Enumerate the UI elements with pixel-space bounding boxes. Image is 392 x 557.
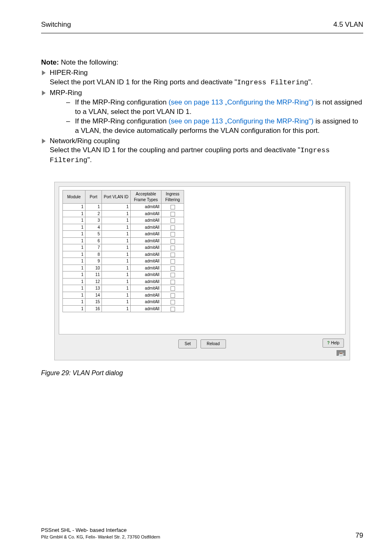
- cell-frame-types[interactable]: admitAll: [131, 292, 161, 299]
- table-row[interactable]: 1141admitAll: [63, 292, 184, 299]
- cell-module[interactable]: 1: [63, 272, 85, 278]
- cell-port[interactable]: 16: [85, 305, 102, 312]
- cell-frame-types[interactable]: admitAll: [131, 265, 161, 272]
- table-row[interactable]: 121admitAll: [63, 210, 184, 217]
- cell-module[interactable]: 1: [63, 299, 85, 306]
- checkbox-icon[interactable]: [171, 218, 175, 223]
- cell-ingress-filtering[interactable]: [161, 244, 184, 251]
- cell-ingress-filtering[interactable]: [161, 224, 184, 231]
- cell-ingress-filtering[interactable]: [161, 251, 184, 258]
- table-row[interactable]: 1131admitAll: [63, 285, 184, 292]
- cell-ingress-filtering[interactable]: [161, 299, 184, 306]
- cell-frame-types[interactable]: admitAll: [131, 285, 161, 292]
- cell-module[interactable]: 1: [63, 231, 85, 238]
- cell-frame-types[interactable]: admitAll: [131, 217, 161, 224]
- cell-port[interactable]: 3: [85, 217, 102, 224]
- cell-frame-types[interactable]: admitAll: [131, 299, 161, 306]
- cell-port[interactable]: 11: [85, 272, 102, 278]
- cell-module[interactable]: 1: [63, 217, 85, 224]
- cell-port[interactable]: 4: [85, 224, 102, 231]
- cell-ingress-filtering[interactable]: [161, 258, 184, 265]
- th-frame-types[interactable]: Acceptable Frame Types: [131, 190, 161, 204]
- table-row[interactable]: 1161admitAll: [63, 305, 184, 312]
- table-row[interactable]: 171admitAll: [63, 244, 184, 251]
- cell-frame-types[interactable]: admitAll: [131, 224, 161, 231]
- cell-pvid[interactable]: 1: [102, 231, 131, 238]
- cell-module[interactable]: 1: [63, 258, 85, 265]
- cell-pvid[interactable]: 1: [102, 217, 131, 224]
- cell-ingress-filtering[interactable]: [161, 204, 184, 211]
- cell-pvid[interactable]: 1: [102, 224, 131, 231]
- table-row[interactable]: 151admitAll: [63, 231, 184, 238]
- cell-port[interactable]: 15: [85, 299, 102, 306]
- table-row[interactable]: 191admitAll: [63, 258, 184, 265]
- table-row[interactable]: 161admitAll: [63, 237, 184, 244]
- cell-pvid[interactable]: 1: [102, 204, 131, 211]
- cell-ingress-filtering[interactable]: [161, 217, 184, 224]
- checkbox-icon[interactable]: [171, 239, 175, 244]
- table-row[interactable]: 1151admitAll: [63, 299, 184, 306]
- cell-port[interactable]: 10: [85, 265, 102, 272]
- cell-port[interactable]: 13: [85, 285, 102, 292]
- checkbox-icon[interactable]: [171, 246, 175, 250]
- cell-pvid[interactable]: 1: [102, 210, 131, 217]
- cell-port[interactable]: 14: [85, 292, 102, 299]
- cell-pvid[interactable]: 1: [102, 299, 131, 306]
- checkbox-icon[interactable]: [171, 280, 175, 284]
- set-button[interactable]: Set: [178, 339, 197, 348]
- cell-port[interactable]: 2: [85, 210, 102, 217]
- table-row[interactable]: 111admitAll: [63, 204, 184, 211]
- cell-module[interactable]: 1: [63, 285, 85, 292]
- cell-frame-types[interactable]: admitAll: [131, 305, 161, 312]
- cell-frame-types[interactable]: admitAll: [131, 237, 161, 244]
- cell-module[interactable]: 1: [63, 265, 85, 272]
- table-row[interactable]: 1121admitAll: [63, 278, 184, 285]
- cell-frame-types[interactable]: admitAll: [131, 210, 161, 217]
- cell-pvid[interactable]: 1: [102, 285, 131, 292]
- cell-pvid[interactable]: 1: [102, 278, 131, 285]
- cell-module[interactable]: 1: [63, 237, 85, 244]
- checkbox-icon[interactable]: [171, 300, 175, 304]
- cell-ingress-filtering[interactable]: [161, 278, 184, 285]
- checkbox-icon[interactable]: [171, 225, 175, 230]
- th-port[interactable]: Port: [85, 190, 102, 204]
- link-mrp-1[interactable]: (see on page 113 „Configuring the MRP-Ri…: [168, 98, 314, 106]
- cell-pvid[interactable]: 1: [102, 258, 131, 265]
- checkbox-icon[interactable]: [171, 259, 175, 264]
- reload-button[interactable]: Reload: [201, 339, 226, 348]
- cell-frame-types[interactable]: admitAll: [131, 251, 161, 258]
- cell-pvid[interactable]: 1: [102, 244, 131, 251]
- checkbox-icon[interactable]: [171, 286, 175, 291]
- cell-pvid[interactable]: 1: [102, 305, 131, 312]
- cell-port[interactable]: 12: [85, 278, 102, 285]
- cell-ingress-filtering[interactable]: [161, 292, 184, 299]
- checkbox-icon[interactable]: [171, 266, 175, 271]
- cell-ingress-filtering[interactable]: [161, 265, 184, 272]
- cell-frame-types[interactable]: admitAll: [131, 231, 161, 238]
- th-module[interactable]: Module: [63, 190, 85, 204]
- cell-module[interactable]: 1: [63, 251, 85, 258]
- checkbox-icon[interactable]: [171, 253, 175, 257]
- table-row[interactable]: 131admitAll: [63, 217, 184, 224]
- cell-pvid[interactable]: 1: [102, 292, 131, 299]
- checkbox-icon[interactable]: [171, 273, 175, 277]
- cell-module[interactable]: 1: [63, 278, 85, 285]
- cell-ingress-filtering[interactable]: [161, 272, 184, 278]
- cell-frame-types[interactable]: admitAll: [131, 244, 161, 251]
- cell-frame-types[interactable]: admitAll: [131, 278, 161, 285]
- cell-port[interactable]: 1: [85, 204, 102, 211]
- cell-ingress-filtering[interactable]: [161, 305, 184, 312]
- checkbox-icon[interactable]: [171, 205, 175, 209]
- cell-port[interactable]: 9: [85, 258, 102, 265]
- cell-ingress-filtering[interactable]: [161, 285, 184, 292]
- table-row[interactable]: 141admitAll: [63, 224, 184, 231]
- cell-pvid[interactable]: 1: [102, 265, 131, 272]
- cell-pvid[interactable]: 1: [102, 237, 131, 244]
- cell-port[interactable]: 7: [85, 244, 102, 251]
- cell-module[interactable]: 1: [63, 210, 85, 217]
- cell-port[interactable]: 8: [85, 251, 102, 258]
- cell-module[interactable]: 1: [63, 305, 85, 312]
- cell-frame-types[interactable]: admitAll: [131, 272, 161, 278]
- table-row[interactable]: 1111admitAll: [63, 272, 184, 278]
- cell-ingress-filtering[interactable]: [161, 210, 184, 217]
